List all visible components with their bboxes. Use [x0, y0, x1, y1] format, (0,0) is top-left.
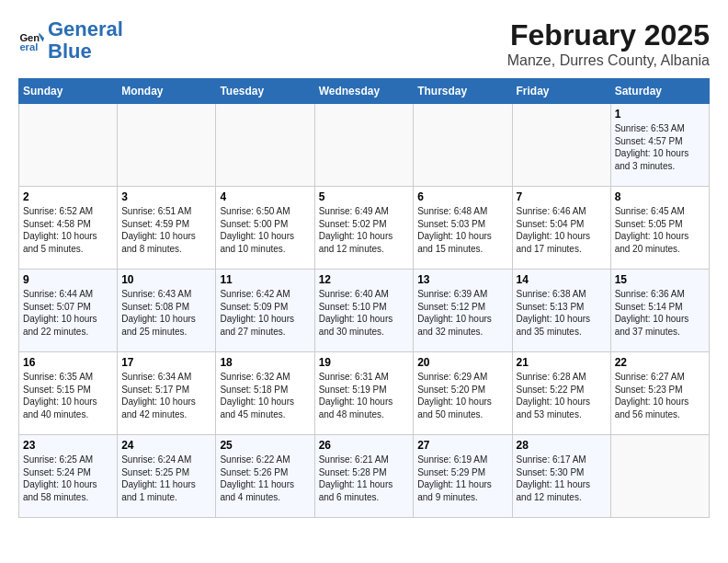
weekday-header-friday: Friday	[512, 79, 610, 104]
day-info: Sunrise: 6:22 AM Sunset: 5:26 PM Dayligh…	[220, 454, 310, 503]
day-info: Sunrise: 6:45 AM Sunset: 5:05 PM Dayligh…	[615, 205, 705, 255]
page-header: Gen eral GeneralBlue February 2025 Manze…	[18, 18, 710, 69]
day-number: 17	[121, 356, 211, 369]
day-number: 9	[23, 273, 113, 286]
day-info: Sunrise: 6:50 AM Sunset: 5:00 PM Dayligh…	[220, 205, 310, 255]
calendar-title: February 2025	[507, 18, 710, 52]
calendar-cell	[216, 104, 314, 187]
calendar-cell: 6Sunrise: 6:48 AM Sunset: 5:03 PM Daylig…	[414, 187, 512, 270]
day-number: 5	[319, 190, 410, 203]
calendar-cell: 18Sunrise: 6:32 AM Sunset: 5:18 PM Dayli…	[216, 352, 314, 435]
day-number: 12	[319, 273, 410, 286]
calendar-cell: 21Sunrise: 6:28 AM Sunset: 5:22 PM Dayli…	[512, 352, 610, 435]
calendar-cell: 20Sunrise: 6:29 AM Sunset: 5:20 PM Dayli…	[414, 352, 512, 435]
svg-text:eral: eral	[19, 41, 38, 52]
day-info: Sunrise: 6:25 AM Sunset: 5:24 PM Dayligh…	[23, 454, 113, 503]
day-number: 13	[417, 273, 507, 286]
weekday-header-monday: Monday	[118, 79, 216, 104]
week-row-2: 2Sunrise: 6:52 AM Sunset: 4:58 PM Daylig…	[19, 187, 710, 270]
day-info: Sunrise: 6:49 AM Sunset: 5:02 PM Dayligh…	[319, 205, 410, 255]
day-number: 1	[615, 108, 705, 121]
day-info: Sunrise: 6:21 AM Sunset: 5:28 PM Dayligh…	[319, 454, 410, 503]
day-info: Sunrise: 6:34 AM Sunset: 5:17 PM Dayligh…	[121, 371, 211, 420]
day-info: Sunrise: 6:32 AM Sunset: 5:18 PM Dayligh…	[220, 371, 310, 420]
calendar-cell	[610, 435, 709, 518]
day-info: Sunrise: 6:36 AM Sunset: 5:14 PM Dayligh…	[615, 288, 705, 338]
calendar-cell: 2Sunrise: 6:52 AM Sunset: 4:58 PM Daylig…	[19, 187, 118, 270]
day-number: 25	[220, 439, 310, 452]
weekday-header-thursday: Thursday	[414, 79, 512, 104]
day-info: Sunrise: 6:43 AM Sunset: 5:08 PM Dayligh…	[121, 288, 211, 338]
calendar-table: SundayMondayTuesdayWednesdayThursdayFrid…	[18, 78, 710, 518]
day-number: 28	[517, 439, 607, 452]
calendar-cell: 23Sunrise: 6:25 AM Sunset: 5:24 PM Dayli…	[19, 435, 118, 518]
calendar-cell: 17Sunrise: 6:34 AM Sunset: 5:17 PM Dayli…	[118, 352, 216, 435]
calendar-cell: 10Sunrise: 6:43 AM Sunset: 5:08 PM Dayli…	[118, 270, 216, 352]
day-info: Sunrise: 6:19 AM Sunset: 5:29 PM Dayligh…	[417, 454, 507, 503]
day-number: 26	[319, 439, 410, 452]
day-info: Sunrise: 6:29 AM Sunset: 5:20 PM Dayligh…	[417, 371, 507, 420]
day-number: 8	[615, 190, 705, 203]
title-area: February 2025 Manze, Durres County, Alba…	[507, 18, 710, 69]
calendar-cell	[19, 104, 118, 187]
calendar-cell: 22Sunrise: 6:27 AM Sunset: 5:23 PM Dayli…	[610, 352, 709, 435]
day-number: 6	[417, 190, 507, 203]
day-number: 20	[417, 356, 507, 369]
weekday-header-tuesday: Tuesday	[216, 79, 314, 104]
week-row-4: 16Sunrise: 6:35 AM Sunset: 5:15 PM Dayli…	[19, 352, 710, 435]
calendar-cell: 25Sunrise: 6:22 AM Sunset: 5:26 PM Dayli…	[216, 435, 314, 518]
logo-icon: Gen eral	[18, 28, 44, 53]
day-info: Sunrise: 6:52 AM Sunset: 4:58 PM Dayligh…	[23, 205, 113, 255]
calendar-cell	[314, 104, 414, 187]
calendar-cell: 24Sunrise: 6:24 AM Sunset: 5:25 PM Dayli…	[118, 435, 216, 518]
weekday-header-row: SundayMondayTuesdayWednesdayThursdayFrid…	[19, 79, 710, 104]
day-number: 11	[220, 273, 310, 286]
day-info: Sunrise: 6:27 AM Sunset: 5:23 PM Dayligh…	[615, 371, 705, 420]
calendar-cell: 26Sunrise: 6:21 AM Sunset: 5:28 PM Dayli…	[314, 435, 414, 518]
day-number: 15	[615, 273, 705, 286]
day-info: Sunrise: 6:40 AM Sunset: 5:10 PM Dayligh…	[319, 288, 410, 338]
calendar-cell: 11Sunrise: 6:42 AM Sunset: 5:09 PM Dayli…	[216, 270, 314, 352]
day-number: 2	[23, 190, 113, 203]
calendar-cell: 28Sunrise: 6:17 AM Sunset: 5:30 PM Dayli…	[512, 435, 610, 518]
day-number: 4	[220, 190, 310, 203]
day-info: Sunrise: 6:24 AM Sunset: 5:25 PM Dayligh…	[121, 454, 211, 503]
week-row-1: 1Sunrise: 6:53 AM Sunset: 4:57 PM Daylig…	[19, 104, 710, 187]
calendar-cell: 9Sunrise: 6:44 AM Sunset: 5:07 PM Daylig…	[19, 270, 118, 352]
day-number: 3	[121, 190, 211, 203]
calendar-cell: 4Sunrise: 6:50 AM Sunset: 5:00 PM Daylig…	[216, 187, 314, 270]
day-number: 21	[517, 356, 607, 369]
day-info: Sunrise: 6:35 AM Sunset: 5:15 PM Dayligh…	[23, 371, 113, 420]
day-info: Sunrise: 6:48 AM Sunset: 5:03 PM Dayligh…	[417, 205, 507, 255]
calendar-cell: 5Sunrise: 6:49 AM Sunset: 5:02 PM Daylig…	[314, 187, 414, 270]
weekday-header-saturday: Saturday	[610, 79, 709, 104]
day-info: Sunrise: 6:17 AM Sunset: 5:30 PM Dayligh…	[517, 454, 607, 503]
weekday-header-wednesday: Wednesday	[314, 79, 414, 104]
calendar-cell: 1Sunrise: 6:53 AM Sunset: 4:57 PM Daylig…	[610, 104, 709, 187]
logo: Gen eral GeneralBlue	[18, 18, 123, 63]
calendar-cell: 12Sunrise: 6:40 AM Sunset: 5:10 PM Dayli…	[314, 270, 414, 352]
day-info: Sunrise: 6:38 AM Sunset: 5:13 PM Dayligh…	[517, 288, 607, 338]
day-number: 22	[615, 356, 705, 369]
calendar-cell: 7Sunrise: 6:46 AM Sunset: 5:04 PM Daylig…	[512, 187, 610, 270]
calendar-cell: 14Sunrise: 6:38 AM Sunset: 5:13 PM Dayli…	[512, 270, 610, 352]
day-number: 27	[417, 439, 507, 452]
calendar-subtitle: Manze, Durres County, Albania	[507, 52, 710, 69]
day-number: 16	[23, 356, 113, 369]
calendar-cell: 19Sunrise: 6:31 AM Sunset: 5:19 PM Dayli…	[314, 352, 414, 435]
calendar-cell: 3Sunrise: 6:51 AM Sunset: 4:59 PM Daylig…	[118, 187, 216, 270]
day-info: Sunrise: 6:28 AM Sunset: 5:22 PM Dayligh…	[517, 371, 607, 420]
calendar-cell: 27Sunrise: 6:19 AM Sunset: 5:29 PM Dayli…	[414, 435, 512, 518]
calendar-cell: 8Sunrise: 6:45 AM Sunset: 5:05 PM Daylig…	[610, 187, 709, 270]
week-row-3: 9Sunrise: 6:44 AM Sunset: 5:07 PM Daylig…	[19, 270, 710, 352]
day-info: Sunrise: 6:53 AM Sunset: 4:57 PM Dayligh…	[615, 122, 705, 172]
day-info: Sunrise: 6:46 AM Sunset: 5:04 PM Dayligh…	[517, 205, 607, 255]
day-info: Sunrise: 6:39 AM Sunset: 5:12 PM Dayligh…	[417, 288, 507, 338]
day-info: Sunrise: 6:44 AM Sunset: 5:07 PM Dayligh…	[23, 288, 113, 338]
calendar-cell: 15Sunrise: 6:36 AM Sunset: 5:14 PM Dayli…	[610, 270, 709, 352]
day-info: Sunrise: 6:51 AM Sunset: 4:59 PM Dayligh…	[121, 205, 211, 255]
day-number: 10	[121, 273, 211, 286]
day-number: 24	[121, 439, 211, 452]
day-number: 14	[517, 273, 607, 286]
weekday-header-sunday: Sunday	[19, 79, 118, 104]
